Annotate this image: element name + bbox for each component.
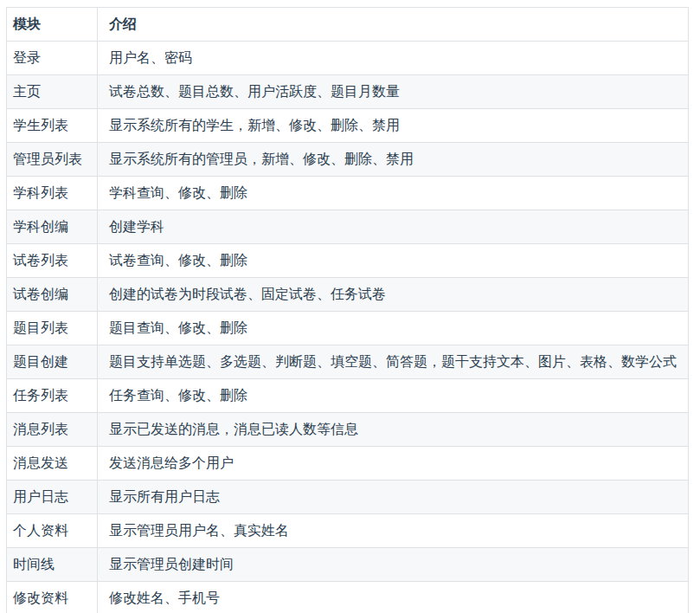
module-cell: 学科列表: [7, 177, 98, 210]
table-row: 用户日志显示所有用户日志: [7, 481, 689, 514]
module-cell: 消息列表: [7, 413, 98, 447]
table-row: 题目创建题目支持单选题、多选题、判断题、填空题、简答题，题干支持文本、图片、表格…: [7, 345, 689, 379]
module-cell: 主页: [7, 75, 98, 109]
intro-cell: 显示已发送的消息，消息已读人数等信息: [98, 413, 689, 447]
intro-cell: 试卷总数、题目总数、用户活跃度、题目月数量: [98, 75, 689, 109]
intro-cell: 用户名、密码: [98, 42, 689, 75]
intro-cell: 显示所有用户日志: [98, 481, 689, 514]
header-row: 模块 介绍: [7, 8, 689, 42]
table-row: 题目列表题目查询、修改、删除: [7, 312, 689, 345]
intro-cell: 修改姓名、手机号: [98, 582, 689, 613]
table-row: 时间线显示管理员创建时间: [7, 548, 689, 582]
intro-cell: 显示系统所有的管理员，新增、修改、删除、禁用: [98, 143, 689, 177]
intro-cell: 显示系统所有的学生，新增、修改、删除、禁用: [98, 109, 689, 143]
intro-cell: 题目支持单选题、多选题、判断题、填空题、简答题，题干支持文本、图片、表格、数学公…: [98, 345, 689, 379]
module-cell: 用户日志: [7, 481, 98, 514]
module-cell: 任务列表: [7, 379, 98, 413]
table-row: 学科列表学科查询、修改、删除: [7, 177, 689, 210]
table-row: 登录用户名、密码: [7, 42, 689, 75]
module-cell: 试卷列表: [7, 244, 98, 278]
intro-cell: 创建学科: [98, 210, 689, 244]
table-row: 管理员列表显示系统所有的管理员，新增、修改、删除、禁用: [7, 143, 689, 177]
table-row: 学科创编创建学科: [7, 210, 689, 244]
module-cell: 试卷创编: [7, 278, 98, 312]
table-body: 登录用户名、密码主页试卷总数、题目总数、用户活跃度、题目月数量学生列表显示系统所…: [7, 42, 689, 613]
table-row: 学生列表显示系统所有的学生，新增、修改、删除、禁用: [7, 109, 689, 143]
table-row: 任务列表任务查询、修改、删除: [7, 379, 689, 413]
column-header-intro: 介绍: [98, 8, 689, 42]
table-row: 试卷列表试卷查询、修改、删除: [7, 244, 689, 278]
intro-cell: 学科查询、修改、删除: [98, 177, 689, 210]
table-row: 消息发送发送消息给多个用户: [7, 447, 689, 481]
module-cell: 题目创建: [7, 345, 98, 379]
intro-cell: 试卷查询、修改、删除: [98, 244, 689, 278]
intro-cell: 任务查询、修改、删除: [98, 379, 689, 413]
table-row: 个人资料显示管理员用户名、真实姓名: [7, 514, 689, 548]
module-cell: 时间线: [7, 548, 98, 582]
intro-cell: 显示管理员用户名、真实姓名: [98, 514, 689, 548]
module-cell: 登录: [7, 42, 98, 75]
table-row: 修改资料修改姓名、手机号: [7, 582, 689, 613]
module-cell: 学科创编: [7, 210, 98, 244]
table-row: 消息列表显示已发送的消息，消息已读人数等信息: [7, 413, 689, 447]
intro-cell: 显示管理员创建时间: [98, 548, 689, 582]
column-header-module: 模块: [7, 8, 98, 42]
module-cell: 消息发送: [7, 447, 98, 481]
module-cell: 学生列表: [7, 109, 98, 143]
module-cell: 题目列表: [7, 312, 98, 345]
module-cell: 修改资料: [7, 582, 98, 613]
intro-cell: 发送消息给多个用户: [98, 447, 689, 481]
module-cell: 个人资料: [7, 514, 98, 548]
modules-table: 模块 介绍 登录用户名、密码主页试卷总数、题目总数、用户活跃度、题目月数量学生列…: [6, 7, 689, 613]
intro-cell: 题目查询、修改、删除: [98, 312, 689, 345]
intro-cell: 创建的试卷为时段试卷、固定试卷、任务试卷: [98, 278, 689, 312]
module-cell: 管理员列表: [7, 143, 98, 177]
table-row: 试卷创编创建的试卷为时段试卷、固定试卷、任务试卷: [7, 278, 689, 312]
table-row: 主页试卷总数、题目总数、用户活跃度、题目月数量: [7, 75, 689, 109]
